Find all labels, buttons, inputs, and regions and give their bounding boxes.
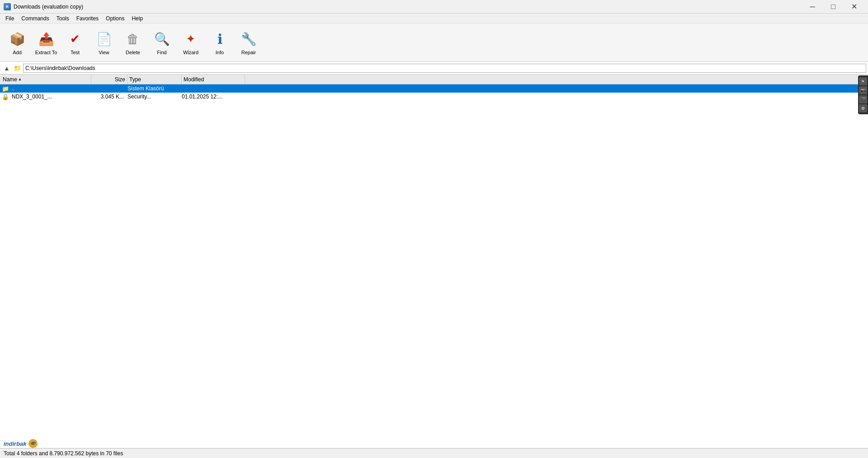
file-icon: 📁 [1,85,10,92]
menu-commands[interactable]: Commands [18,14,52,23]
repair-label: Repair [241,50,256,55]
file-icon: 🔒 [1,93,10,100]
app-icon: R [4,3,11,10]
sort-arrow-name: ▲ [18,77,22,81]
delete-icon: 🗑 [124,30,142,48]
file-type: Sistem Klasörü [126,85,180,92]
find-icon: 🔍 [153,30,171,48]
file-type: Security... [126,93,180,100]
minimize-button[interactable]: ─ [802,0,823,14]
view-button[interactable]: 📄 View [90,26,118,59]
content-area: Name ▲ Size Type Modified 📁 .. Sistem Kl… [0,75,868,458]
add-button[interactable]: 📦 Add [4,26,31,59]
title-bar: R Downloads (evaluation copy) ─ □ ✕ [0,0,868,14]
col-header-modified[interactable]: Modified [182,75,245,84]
watermark-icon: 👁 [28,439,38,448]
menu-file[interactable]: File [2,14,18,23]
window-title: Downloads (evaluation copy) [14,4,802,10]
menu-tools[interactable]: Tools [53,14,73,23]
close-button[interactable]: ✕ [844,0,864,14]
view-label: View [99,50,109,55]
table-row[interactable]: 📁 .. Sistem Klasörü [0,84,868,93]
extract-label: Extract To [35,50,57,55]
file-name: .. [10,85,90,92]
repair-icon: 🔧 [240,30,258,48]
delete-button[interactable]: 🗑 Delete [119,26,146,59]
table-row[interactable]: 🔒 NDX_3_0001_... 3.045 K... Security... … [0,93,868,101]
path-input[interactable] [23,64,866,73]
watermark: indirbak 👁 [4,439,38,448]
maximize-button[interactable]: □ [823,0,844,14]
view-icon: 📄 [95,30,113,48]
col-header-type[interactable]: Type [127,75,182,84]
watermark-text: indirbak [4,440,27,447]
side-close-icon[interactable]: ✕ [859,77,867,85]
status-bar: Total 4 folders and 8.790.972.562 bytes … [0,448,868,458]
folder-icon: 📁 [14,65,21,72]
repair-button[interactable]: 🔧 Repair [235,26,262,59]
find-label: Find [157,50,166,55]
address-bar: ▲ 📁 [0,62,868,75]
file-list: 📁 .. Sistem Klasörü 🔒 NDX_3_0001_... 3.0… [0,84,868,458]
wizard-button[interactable]: ✦ Wizard [177,26,204,59]
info-icon: ℹ [211,30,229,48]
test-label: Test [71,50,80,55]
toolbar: 📦 Add 📤 Extract To ✔ Test 📄 View 🗑 Delet… [0,23,868,62]
menu-options[interactable]: Options [102,14,128,23]
add-icon: 📦 [8,30,26,48]
side-video-icon[interactable]: 🎬 [859,95,867,103]
menu-favorites[interactable]: Favorites [73,14,102,23]
file-name: NDX_3_0001_... [10,93,90,100]
main-layout: File Commands Tools Favorites Options He… [0,14,868,458]
wizard-icon: ✦ [182,30,200,48]
file-size: 3.045 K... [90,93,126,100]
window-controls: ─ □ ✕ [802,0,864,14]
extract-to-button[interactable]: 📤 Extract To [33,26,60,59]
wizard-label: Wizard [183,50,198,55]
menu-help[interactable]: Help [128,14,146,23]
file-modified: 01.01.2025 12:... [180,93,243,100]
col-header-name[interactable]: Name ▲ [1,75,91,84]
col-header-size[interactable]: Size [91,75,127,84]
add-label: Add [13,50,22,55]
side-settings-icon[interactable]: ⚙ [859,104,867,112]
side-screenshot-icon[interactable]: 📷 [859,86,867,94]
column-headers: Name ▲ Size Type Modified [0,75,868,84]
navigate-up-button[interactable]: ▲ [2,63,12,73]
info-label: Info [216,50,224,55]
find-button[interactable]: 🔍 Find [148,26,175,59]
menu-bar: File Commands Tools Favorites Options He… [0,14,868,23]
delete-label: Delete [126,50,140,55]
extract-icon: 📤 [37,30,55,48]
test-button[interactable]: ✔ Test [61,26,89,59]
side-panel: ✕ 📷 🎬 ⚙ [858,75,868,114]
test-icon: ✔ [66,30,84,48]
status-text: Total 4 folders and 8.790.972.562 bytes … [4,450,123,457]
info-button[interactable]: ℹ Info [206,26,233,59]
